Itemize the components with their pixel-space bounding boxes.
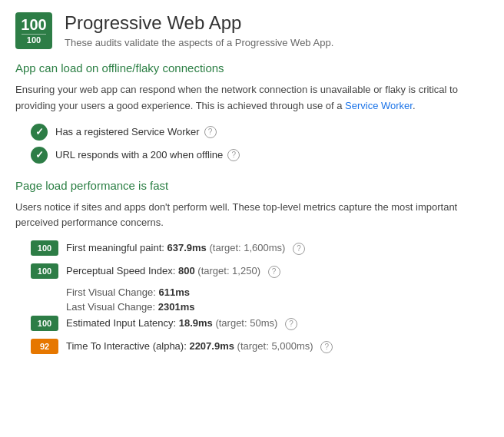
metric-label-tti: Time To Interactive (alpha): [66,340,189,352]
score-badge: 100 100 [15,12,52,49]
performance-section-title: Page load performance is fast [15,179,489,192]
metric-label-psi: Perceptual Speed Index: [66,265,178,276]
check-icon-offline [31,147,48,164]
audit-label-offline: URL responds with a 200 when offline [55,149,223,161]
sub-metric-label-fvc: First Visual Change: [66,286,158,298]
metric-item-eil: 100 Estimated Input Latency: 18.9ms (tar… [31,316,489,331]
page-title: Progressive Web App [65,12,333,34]
metric-content-fmp: First meaningful paint: 637.9ms (target:… [66,240,489,256]
metric-target-fmp: (target: 1,600ms) [207,242,286,253]
sub-metric-first-visual: First Visual Change: 611ms [66,286,489,298]
metric-value-tti: 2207.9ms [189,340,234,352]
performance-section-desc: Users notice if sites and apps don't per… [15,200,489,232]
metric-item-psi: 100 Perceptual Speed Index: 800 (target:… [31,263,489,279]
performance-section: Page load performance is fast Users noti… [15,179,489,355]
audit-item-service-worker: Has a registered Service Worker ? [31,124,489,141]
help-icon-tti[interactable]: ? [320,341,333,353]
offline-section: App can load on offline/flaky connection… [15,61,489,164]
service-worker-link[interactable]: Service Worker [345,100,413,111]
metric-score-tti: 92 [31,339,58,354]
sub-metric-value-fvc: 611ms [158,286,189,298]
audit-item-offline: URL responds with a 200 when offline ? [31,147,489,164]
page-subtitle: These audits validate the aspects of a P… [65,37,333,48]
page-header: 100 100 Progressive Web App These audits… [15,12,489,49]
score-value-top: 100 [21,17,46,32]
offline-audit-list: Has a registered Service Worker ? URL re… [31,124,489,164]
check-icon-service-worker [31,124,48,141]
metric-label-fmp: First meaningful paint: [66,242,167,253]
help-icon-eil[interactable]: ? [285,318,297,330]
sub-metric-label-lvc: Last Visual Change: [66,301,158,313]
metric-content-eil: Estimated Input Latency: 18.9ms (target:… [66,316,489,331]
score-divider [22,34,46,35]
offline-section-title: App can load on offline/flaky connection… [15,61,489,74]
metric-value-fmp: 637.9ms [167,242,207,253]
sub-metric-value-lvc: 2301ms [158,301,195,313]
metric-label-eil: Estimated Input Latency: [66,317,179,329]
sub-metric-last-visual: Last Visual Change: 2301ms [66,301,489,313]
metric-target-eil: (target: 50ms) [213,317,278,329]
metric-list: 100 First meaningful paint: 637.9ms (tar… [31,240,489,354]
metric-score-psi: 100 [31,263,58,279]
metric-content-tti: Time To Interactive (alpha): 2207.9ms (t… [66,339,489,354]
metric-item-fmp: 100 First meaningful paint: 637.9ms (tar… [31,240,489,256]
metric-item-tti: 92 Time To Interactive (alpha): 2207.9ms… [31,339,489,354]
metric-target-tti: (target: 5,000ms) [234,340,313,352]
metric-value-psi: 800 [178,265,195,276]
offline-section-desc: Ensuring your web app can respond when t… [15,82,489,114]
metric-score-fmp: 100 [31,240,58,256]
metric-value-eil: 18.9ms [179,317,213,329]
score-value-bottom: 100 [27,36,41,45]
metric-target-psi: (target: 1,250) [195,265,260,276]
help-icon-service-worker[interactable]: ? [204,126,217,138]
metric-content-psi: Perceptual Speed Index: 800 (target: 1,2… [66,263,489,279]
help-icon-fmp[interactable]: ? [293,243,305,255]
help-icon-psi[interactable]: ? [268,266,280,278]
audit-label-service-worker: Has a registered Service Worker [55,126,200,137]
header-text: Progressive Web App These audits validat… [65,12,333,48]
help-icon-offline[interactable]: ? [227,149,240,161]
metric-score-eil: 100 [31,316,58,331]
